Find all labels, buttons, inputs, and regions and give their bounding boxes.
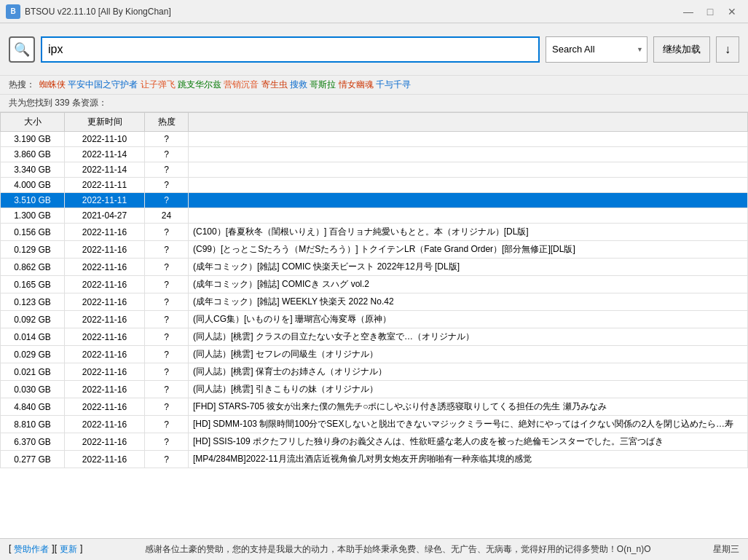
table-row[interactable]: 3.860 GB2022-11-14?	[1, 147, 748, 162]
window-controls: — □ ✕	[678, 4, 742, 20]
update-link[interactable]: 更新	[60, 543, 77, 556]
table-row[interactable]: 0.123 GB2022-11-16?(成年コミック）[雑誌] WEEKLY 快…	[1, 293, 748, 311]
cell-heat: ?	[145, 311, 189, 328]
main-content: 大小 更新时间 热度 3.190 GB2022-11-10?3.860 GB20…	[0, 112, 748, 538]
cell-date: 2022-11-16	[65, 328, 145, 346]
cell-date: 2022-11-16	[65, 259, 145, 276]
maximize-button[interactable]: □	[700, 4, 720, 20]
cell-name: (成年コミック）[雑誌] WEEKLY 快楽天 2022 No.42	[189, 293, 748, 311]
cell-size: 1.300 GB	[1, 208, 65, 224]
table-row[interactable]: 8.810 GB2022-11-16?[HD] SDMM-103 制限時間100…	[1, 416, 748, 433]
hotbar-label: 热搜：	[9, 79, 35, 91]
table-row[interactable]: 6.370 GB2022-11-16?[HD] SSIS-109 ポクたフリした…	[1, 433, 748, 451]
table-row[interactable]: 4.840 GB2022-11-16?[FHD] STARS-705 彼女が出来…	[1, 398, 748, 416]
cell-heat: ?	[145, 451, 189, 468]
result-count-text: 共为您找到 339 条资源：	[9, 98, 107, 108]
close-button[interactable]: ✕	[722, 4, 742, 20]
cell-size: 3.510 GB	[1, 193, 65, 208]
cell-date: 2022-11-16	[65, 311, 145, 328]
search-logo-icon: 🔍	[9, 36, 35, 63]
cell-name: (同人誌）[桃雲] セフレの同級生（オリジナル）	[189, 346, 748, 363]
cell-size: 3.860 GB	[1, 147, 65, 162]
cell-size: 0.030 GB	[1, 381, 65, 398]
cell-heat: ?	[145, 259, 189, 276]
table-row[interactable]: 1.300 GB2021-04-2724	[1, 208, 748, 224]
cell-date: 2022-11-16	[65, 363, 145, 381]
table-row[interactable]: 0.277 GB2022-11-16?[MP4/284MB]2022-11月流出…	[1, 451, 748, 468]
hot-tag-0[interactable]: 蜘蛛侠	[39, 79, 66, 90]
cell-heat: ?	[145, 224, 189, 241]
titlebar: B BTSOU v22.11.10 [All By KiongChan] — □…	[0, 0, 748, 23]
cell-date: 2022-11-16	[65, 346, 145, 363]
cell-name	[189, 162, 748, 178]
table-row[interactable]: 0.092 GB2022-11-16?(同人CG集）[いものりを] 珊瑚宫心海変…	[1, 311, 748, 328]
hot-tag-3[interactable]: 跳支华尔兹	[178, 79, 221, 90]
cell-heat: ?	[145, 162, 189, 178]
table-row[interactable]: 3.510 GB2022-11-11?	[1, 193, 748, 208]
hot-tag-9[interactable]: 千与千寻	[376, 79, 411, 90]
hotbar: 热搜： 蜘蛛侠 平安中国之守护者 让子弹飞 跳支华尔兹 营销沉音 寄生虫 搜救 …	[0, 76, 748, 95]
table-row[interactable]: 3.190 GB2022-11-10?	[1, 132, 748, 147]
hot-tag-2[interactable]: 让子弹飞	[141, 79, 176, 90]
table-row[interactable]: 3.340 GB2022-11-14?	[1, 162, 748, 178]
cell-date: 2022-11-11	[65, 193, 145, 208]
cell-date: 2022-11-16	[65, 241, 145, 259]
cell-heat: ?	[145, 293, 189, 311]
continue-load-button[interactable]: 继续加载	[653, 36, 710, 63]
cell-name: [FHD] STARS-705 彼女が出来た僕の無先チ○ポにしやぶり付き誘惑寝取…	[189, 398, 748, 416]
cell-size: 0.862 GB	[1, 259, 65, 276]
cell-size: 0.129 GB	[1, 241, 65, 259]
statusbar: [ 赞助作者 ][ 更新 ] 感谢各位土豪的赞助，您的支持是我最大的动力，本助手…	[0, 538, 748, 560]
table-row[interactable]: 0.030 GB2022-11-16?(同人誌）[桃雲] 引きこもりの妹（オリジ…	[1, 381, 748, 398]
cell-heat: ?	[145, 193, 189, 208]
bracket-open: [	[9, 543, 11, 556]
hot-tag-1[interactable]: 平安中国之守护者	[68, 79, 138, 90]
bracket-mid: ][	[52, 543, 57, 556]
cell-date: 2022-11-16	[65, 381, 145, 398]
sponsor-link[interactable]: 赞助作者	[14, 543, 49, 556]
table-row[interactable]: 0.021 GB2022-11-16?(同人誌）[桃雲] 保育士のお姉さん（オリ…	[1, 363, 748, 381]
col-header-date: 更新时间	[65, 113, 145, 132]
table-row[interactable]: 0.014 GB2022-11-16?(同人誌）[桃雲] クラスの目立たない女子…	[1, 328, 748, 346]
statusbar-left: [ 赞助作者 ][ 更新 ]	[9, 543, 82, 556]
cell-size: 4.840 GB	[1, 398, 65, 416]
cell-heat: ?	[145, 363, 189, 381]
down-arrow-button[interactable]: ↓	[716, 36, 739, 63]
cell-size: 0.021 GB	[1, 363, 65, 381]
cell-name	[189, 208, 748, 224]
table-row[interactable]: 0.862 GB2022-11-16?(成年コミック）[雑誌] COMIC 快楽…	[1, 259, 748, 276]
cell-name	[189, 147, 748, 162]
cell-heat: ?	[145, 433, 189, 451]
hot-tag-6[interactable]: 搜救	[290, 79, 307, 90]
hot-tags-container: 蜘蛛侠 平安中国之守护者 让子弹飞 跳支华尔兹 营销沉音 寄生虫 搜救 哥斯拉 …	[39, 79, 411, 91]
cell-heat: ?	[145, 276, 189, 293]
cell-name: [HD] SSIS-109 ポクたフリした独り身のお義父さんは、性欲旺盛な老人の…	[189, 433, 748, 451]
search-type-select[interactable]: Search AllSearch NameSearch Hash	[546, 36, 647, 63]
searchbar: 🔍 Search AllSearch NameSearch Hash 继续加载 …	[0, 23, 748, 76]
table-wrapper[interactable]: 大小 更新时间 热度 3.190 GB2022-11-10?3.860 GB20…	[0, 112, 748, 538]
minimize-button[interactable]: —	[678, 4, 698, 20]
cell-heat: ?	[145, 346, 189, 363]
hot-tag-7[interactable]: 哥斯拉	[310, 79, 336, 90]
cell-name	[189, 132, 748, 147]
cell-heat: ?	[145, 147, 189, 162]
cell-name: (同人誌）[桃雲] 保育士のお姉さん（オリジナル）	[189, 363, 748, 381]
statusbar-message: 感谢各位土豪的赞助，您的支持是我最大的动力，本助手始终秉承免费、绿色、无广告、无…	[82, 543, 713, 556]
hot-tag-4[interactable]: 营销沉音	[224, 79, 259, 90]
table-row[interactable]: 4.000 GB2022-11-11?	[1, 178, 748, 193]
cell-date: 2022-11-16	[65, 433, 145, 451]
cell-name	[189, 193, 748, 208]
hot-tag-5[interactable]: 寄生虫	[261, 79, 288, 90]
cell-date: 2022-11-16	[65, 398, 145, 416]
table-row[interactable]: 0.129 GB2022-11-16?(C99）[とっとこSたろう（MだSたろう…	[1, 241, 748, 259]
table-row[interactable]: 0.165 GB2022-11-16?(成年コミック）[雑誌] COMICき ス…	[1, 276, 748, 293]
cell-name: (同人CG集）[いものりを] 珊瑚宫心海変辱（原神）	[189, 311, 748, 328]
cell-size: 3.340 GB	[1, 162, 65, 178]
table-row[interactable]: 0.029 GB2022-11-16?(同人誌）[桃雲] セフレの同級生（オリジ…	[1, 346, 748, 363]
cell-size: 0.156 GB	[1, 224, 65, 241]
window-title: BTSOU v22.11.10 [All By KiongChan]	[25, 7, 678, 17]
cell-heat: 24	[145, 208, 189, 224]
table-row[interactable]: 0.156 GB2022-11-16?(C100）[春夏秋冬（閨根いりえ）] 百…	[1, 224, 748, 241]
search-input[interactable]	[41, 36, 540, 63]
hot-tag-8[interactable]: 情女幽魂	[339, 79, 374, 90]
